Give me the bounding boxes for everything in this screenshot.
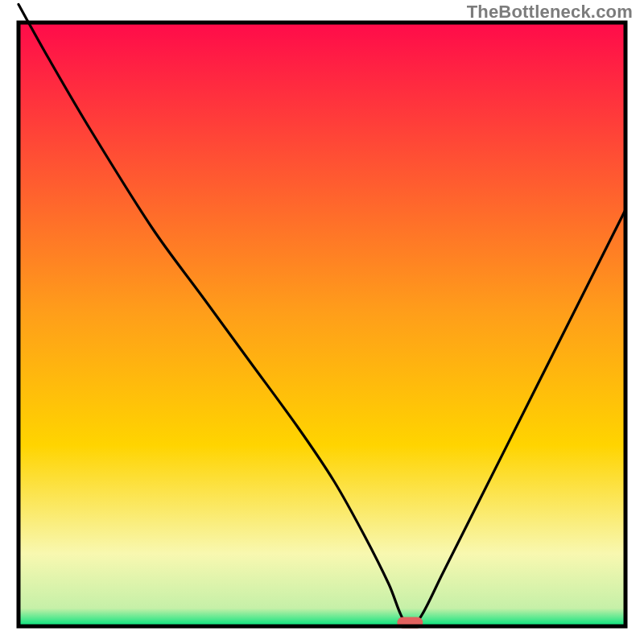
bottleneck-chart	[0, 0, 644, 644]
chart-background	[19, 23, 625, 626]
watermark-text: TheBottleneck.com	[467, 2, 633, 23]
svg-rect-1	[19, 23, 625, 626]
chart-container: TheBottleneck.com	[0, 0, 644, 644]
